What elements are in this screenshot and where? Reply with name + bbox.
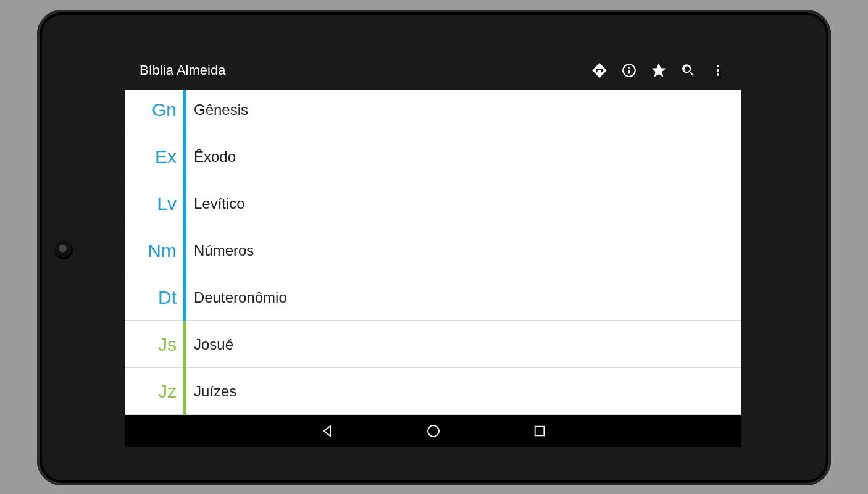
nav-home-button[interactable]: [424, 421, 443, 441]
book-abbr: Nm: [125, 240, 183, 261]
system-navbar: [125, 415, 741, 447]
book-name: Levítico: [186, 195, 245, 212]
directions-icon[interactable]: [585, 56, 614, 85]
book-abbr: Gn: [125, 99, 183, 120]
book-list: GnGênesisExÊxodoLvLevíticoNmNúmerosDtDeu…: [125, 90, 741, 415]
tablet-camera: [54, 241, 73, 259]
info-icon[interactable]: [614, 56, 644, 85]
nav-recent-button[interactable]: [530, 421, 549, 441]
svg-point-3: [428, 425, 439, 437]
book-abbr: Dt: [125, 287, 183, 308]
book-abbr: Ex: [125, 146, 183, 167]
book-name: Deuteronômio: [186, 289, 287, 306]
book-name: Gênesis: [186, 101, 248, 119]
book-row[interactable]: DtDeuteronômio: [125, 274, 741, 321]
book-name: Josué: [186, 336, 233, 353]
book-row[interactable]: GnGênesis: [125, 90, 741, 133]
tablet-frame: Bíblia Almeida GnGênesisExÊxodoLvLevític: [37, 10, 831, 485]
book-abbr: Jz: [125, 381, 183, 402]
book-name: Juízes: [186, 383, 236, 400]
action-bar: Bíblia Almeida: [125, 51, 741, 90]
star-icon[interactable]: [644, 56, 674, 85]
book-abbr: Lv: [125, 193, 183, 214]
tablet-screen: Bíblia Almeida GnGênesisExÊxodoLvLevític: [125, 51, 741, 447]
nav-back-button[interactable]: [317, 421, 337, 441]
book-name: Números: [186, 242, 254, 259]
book-row[interactable]: JsJosué: [125, 321, 741, 368]
search-icon[interactable]: [674, 56, 703, 85]
book-row[interactable]: LvLevítico: [125, 180, 741, 227]
app-window: Bíblia Almeida GnGênesisExÊxodoLvLevític: [125, 51, 741, 415]
svg-point-0: [717, 65, 719, 67]
book-row[interactable]: JzJuízes: [125, 368, 741, 415]
book-abbr: Js: [125, 334, 183, 355]
svg-rect-4: [535, 427, 544, 436]
svg-point-2: [717, 73, 719, 76]
book-row[interactable]: NmNúmeros: [125, 227, 741, 274]
book-row[interactable]: ExÊxodo: [125, 133, 741, 180]
svg-point-1: [717, 69, 719, 72]
book-name: Êxodo: [186, 148, 236, 165]
overflow-menu-icon[interactable]: [703, 56, 733, 85]
app-title: Bíblia Almeida: [140, 62, 585, 78]
